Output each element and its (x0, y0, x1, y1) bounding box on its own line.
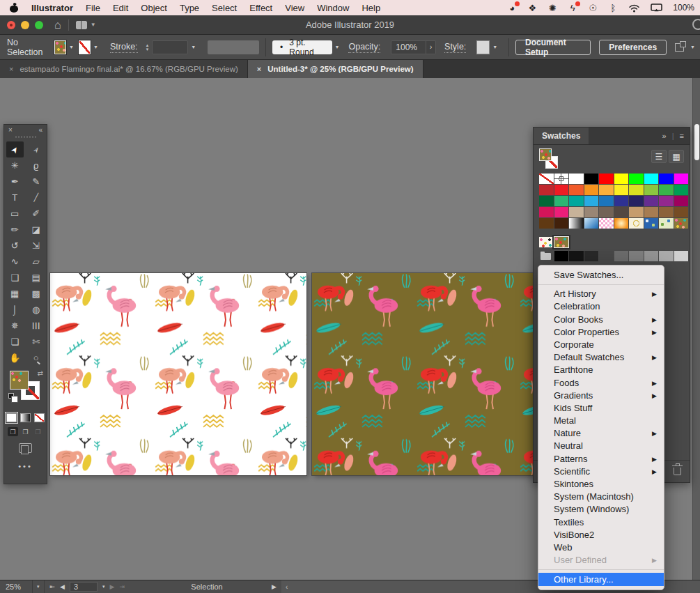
apple-menu-icon[interactable] (10, 3, 18, 13)
swatch[interactable] (554, 185, 569, 195)
tool-scale[interactable]: ⇲ (26, 238, 47, 254)
swatch[interactable] (644, 174, 659, 184)
brush-chevron-icon[interactable]: ▼ (335, 45, 340, 49)
swatch[interactable] (659, 218, 674, 229)
swatch[interactable] (614, 185, 629, 195)
swatch[interactable] (614, 218, 629, 229)
tool-rotate[interactable]: ↺ (4, 238, 26, 254)
tools-panel-grip[interactable] (15, 136, 36, 138)
menu-item-illustrator[interactable]: Illustrator (25, 3, 79, 13)
swatch[interactable] (569, 196, 584, 206)
swatch[interactable] (629, 251, 644, 261)
delete-swatch-icon[interactable] (674, 468, 681, 475)
stroke-weight-field[interactable] (152, 40, 189, 54)
menu-item-view[interactable]: View (279, 3, 311, 13)
accessibility-icon[interactable]: ☉ (588, 3, 598, 13)
status-options-icon[interactable]: ▶ (272, 583, 277, 590)
menu-item-earthtone[interactable]: Earthtone (538, 364, 664, 376)
swatch[interactable] (659, 207, 674, 217)
opacity-label[interactable]: Opacity: (348, 42, 380, 53)
menu-item-default-swatches[interactable]: Default Swatches▶ (538, 351, 664, 364)
fill-chevron-icon[interactable]: ▼ (69, 45, 74, 49)
tools-panel-close-icon[interactable]: × (8, 126, 13, 134)
grid-view-button[interactable]: ▦ (669, 150, 684, 163)
swatch[interactable] (599, 185, 614, 195)
stroke-weight-stepper[interactable]: ▲▼ (146, 43, 150, 52)
artboard-dropdown-icon[interactable]: ▾ (102, 584, 105, 590)
dropbox-icon[interactable]: ❖ (527, 3, 537, 13)
new-color-group-icon[interactable] (539, 251, 554, 261)
menu-item-system-macintosh[interactable]: System (Macintosh) (538, 491, 664, 503)
close-window-button[interactable] (7, 21, 15, 29)
battery-percentage[interactable]: 100% (673, 3, 694, 13)
swatch[interactable] (554, 237, 569, 247)
tool-pen[interactable]: ✒ (4, 174, 26, 190)
menu-item-art-history[interactable]: Art History▶ (538, 288, 664, 300)
panel-menu-icon[interactable]: ≡ (680, 132, 684, 140)
menu-item-color-books[interactable]: Color Books▶ (538, 314, 664, 326)
document-setup-button[interactable]: Document Setup (515, 40, 591, 55)
scroll-left-icon[interactable]: ‹ (286, 583, 288, 591)
swatch[interactable] (614, 174, 629, 184)
stroke-chevron-icon[interactable]: ▼ (93, 45, 98, 49)
fill-swatch[interactable] (10, 371, 29, 390)
menu-item-object[interactable]: Object (134, 3, 173, 13)
menu-item-web[interactable]: Web (538, 541, 664, 554)
swatch[interactable] (584, 207, 599, 217)
workspace-chevron-icon[interactable]: ▼ (690, 45, 695, 49)
previous-artboard-icon[interactable]: ◀ (60, 583, 65, 590)
tool-magic-wand[interactable]: ✳ (4, 157, 26, 174)
vertical-scrollbar-thumb[interactable] (694, 124, 699, 160)
display-airplay-icon[interactable] (651, 3, 662, 12)
swatch[interactable] (584, 251, 599, 261)
swatch[interactable] (629, 207, 644, 217)
swatches-tab[interactable]: Swatches (534, 128, 589, 144)
tool-slice[interactable]: ✄ (26, 334, 47, 350)
tool-eyedropper[interactable]: ⌡ (4, 302, 26, 318)
menu-item-system-windows[interactable]: System (Windows) (538, 503, 664, 516)
menu-item-corporate[interactable]: Corporate (538, 339, 664, 351)
menu-item-other-library[interactable]: Other Library... (538, 573, 664, 586)
menu-item-textiles[interactable]: Textiles (538, 516, 664, 529)
gradient-button[interactable] (20, 413, 31, 422)
tool-symbol-sprayer[interactable]: ✵ (4, 318, 26, 334)
default-fill-stroke-icon[interactable] (8, 393, 14, 399)
swatch[interactable] (554, 251, 569, 261)
swatch[interactable] (584, 174, 599, 184)
sync-alert-icon[interactable]: ϟ (568, 3, 577, 13)
change-screen-mode-button[interactable] (19, 443, 32, 453)
swatch[interactable] (599, 207, 614, 217)
opacity-arrow-icon[interactable]: › (426, 40, 436, 54)
tool-paintbrush[interactable]: ✐ (26, 206, 47, 222)
swatch[interactable] (644, 196, 659, 206)
creative-cloud-icon[interactable]: ◕ (507, 3, 517, 13)
zoom-level-field[interactable]: 25% (0, 583, 32, 591)
swatch[interactable] (539, 196, 554, 206)
tool-blend[interactable]: ◍ (26, 302, 47, 318)
swatch[interactable] (569, 185, 584, 195)
swatch[interactable] (674, 251, 689, 261)
zoom-window-button[interactable] (35, 21, 43, 29)
menu-item-foods[interactable]: Foods▶ (538, 377, 664, 390)
swatch[interactable] (569, 207, 584, 217)
tool-rectangle[interactable]: ▭ (4, 206, 26, 222)
swatch[interactable] (554, 196, 569, 206)
tool-curvature[interactable]: ✎ (26, 174, 47, 190)
settings-flower-icon[interactable]: ✺ (547, 3, 557, 13)
swatch[interactable] (539, 237, 554, 247)
tool-width[interactable]: ∿ (4, 254, 26, 270)
menu-item-skintones[interactable]: Skintones (538, 478, 664, 491)
zoom-dropdown-icon[interactable]: ▾ (33, 584, 44, 590)
tool-line-segment[interactable]: ╱ (26, 190, 47, 206)
swatch[interactable] (629, 218, 644, 229)
swatch[interactable] (554, 207, 569, 217)
tool-hand[interactable]: ✋ (4, 350, 26, 366)
menu-item-color-properties[interactable]: Color Properties▶ (538, 326, 664, 339)
arrange-documents-chevron-icon[interactable]: ▼ (91, 22, 96, 28)
document-tab-flamingo[interactable]: × estampado Flamingo final.ai* @ 16.67% … (0, 60, 248, 78)
edit-toolbar-ellipsis[interactable]: ••• (4, 462, 47, 470)
graphic-style-swatch[interactable] (476, 40, 490, 54)
swatch[interactable] (659, 174, 674, 184)
swatch[interactable] (614, 207, 629, 217)
tool-shape-builder[interactable]: ❑ (4, 270, 26, 286)
